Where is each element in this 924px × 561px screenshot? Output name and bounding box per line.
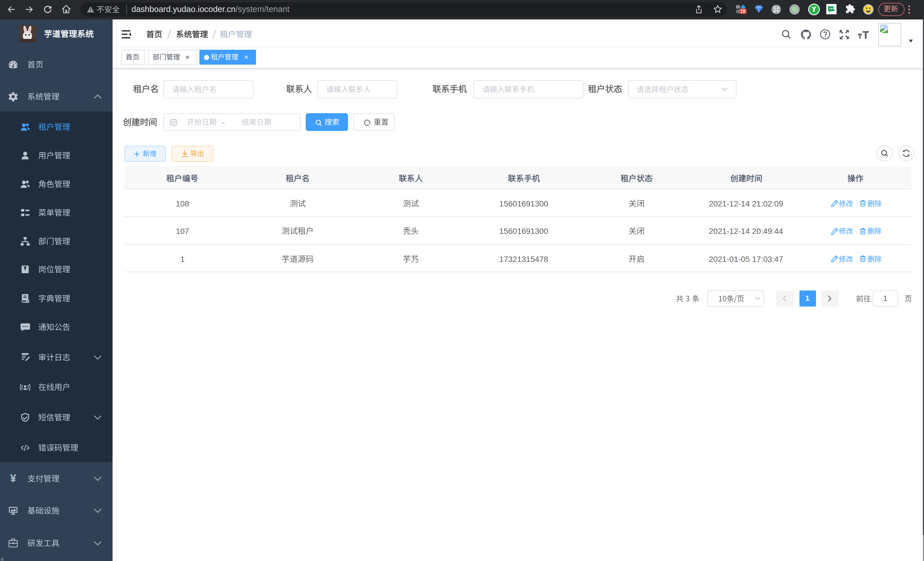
svg-text:10: 10 xyxy=(740,9,746,14)
